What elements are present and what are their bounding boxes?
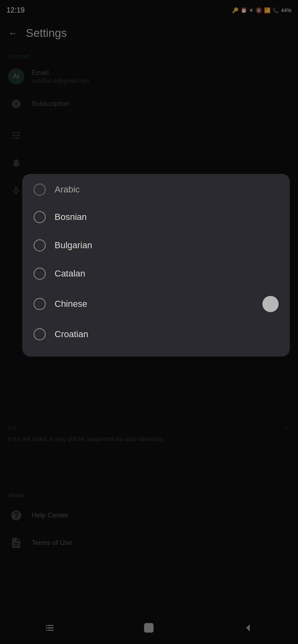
language-label-croatian: Croatian	[55, 329, 88, 340]
mic-icon	[8, 182, 24, 198]
header: ← Settings	[0, 20, 298, 46]
email-label: Email	[32, 69, 89, 77]
email-text-block: Email soft4fun.ai@gmail.com	[32, 69, 89, 84]
language-label-bulgarian: Bulgarian	[55, 240, 92, 251]
k-label: k.	[285, 424, 290, 431]
bluetooth-icon: ✳	[249, 7, 254, 13]
avatar: AI	[8, 68, 24, 84]
status-time: 12:19	[6, 6, 25, 15]
page-title: Settings	[26, 27, 67, 40]
radio-croatian[interactable]	[34, 328, 46, 340]
language-option-croatian[interactable]: Croatian	[22, 320, 290, 348]
chinese-right-indicator	[262, 296, 279, 312]
subscription-icon	[8, 96, 24, 112]
email-row[interactable]: AI Email soft4fun.ai@gmail.com	[0, 63, 298, 90]
help-center-row[interactable]: Help Center	[0, 502, 298, 529]
radio-bosnian[interactable]	[34, 211, 46, 223]
status-bar: 12:19 🔑 ⏰ ✳ 🔇 📶 📞 44%	[0, 0, 298, 20]
language-option-chinese[interactable]: Chinese	[22, 288, 290, 320]
key-icon: 🔑	[232, 7, 239, 13]
notification-row[interactable]	[0, 149, 298, 177]
alarm-icon: ⏰	[241, 7, 247, 13]
language-label-catalan: Catalan	[55, 268, 85, 279]
email-value: soft4fun.ai@gmail.com	[32, 78, 89, 84]
subscription-row[interactable]: Subscription	[0, 90, 298, 118]
for-label: For	[8, 425, 17, 431]
footer-note: If it's not listed, it may still be supp…	[8, 435, 165, 442]
notification-icon	[8, 155, 24, 171]
status-icons: 🔑 ⏰ ✳ 🔇 📶 📞 44%	[232, 7, 292, 13]
subscription-text-block: Subscription	[32, 100, 70, 108]
language-label-bosnian: Bosnian	[55, 212, 87, 222]
back-nav-button[interactable]	[232, 616, 264, 640]
terms-icon	[8, 535, 24, 551]
prefs-icon	[8, 127, 24, 144]
app-prefs-row[interactable]	[0, 122, 298, 149]
terms-row[interactable]: Terms of Use	[0, 529, 298, 557]
about-section-label: About	[0, 485, 298, 502]
home-button[interactable]	[133, 616, 165, 640]
language-modal: Arabic Bosnian Bulgarian Catalan Chinese…	[22, 174, 290, 357]
language-label-chinese: Chinese	[55, 299, 87, 309]
terms-label: Terms of Use	[32, 539, 72, 547]
language-label-arabic: Arabic	[55, 184, 80, 195]
radio-bulgarian[interactable]	[34, 239, 46, 251]
language-option-bosnian[interactable]: Bosnian	[22, 203, 290, 231]
back-button[interactable]: ←	[8, 27, 18, 39]
language-option-catalan[interactable]: Catalan	[22, 260, 290, 288]
nav-bar	[0, 612, 298, 644]
help-center-label: Help Center	[32, 511, 68, 519]
battery-icon: 44%	[281, 7, 292, 13]
subscription-label: Subscription	[32, 100, 70, 108]
svg-rect-0	[145, 624, 153, 632]
signal-icon: 📞	[273, 7, 279, 13]
help-icon	[8, 507, 24, 524]
mute-icon: 🔇	[256, 7, 262, 13]
radio-catalan[interactable]	[34, 268, 46, 280]
language-option-bulgarian[interactable]: Bulgarian	[22, 231, 290, 260]
radio-chinese[interactable]	[34, 298, 46, 310]
radio-arabic[interactable]	[34, 184, 46, 196]
language-option-arabic[interactable]: Arabic	[22, 178, 290, 203]
recent-apps-button[interactable]	[34, 616, 66, 640]
account-section-label: Account	[0, 46, 298, 63]
wifi-icon: 📶	[264, 7, 271, 13]
